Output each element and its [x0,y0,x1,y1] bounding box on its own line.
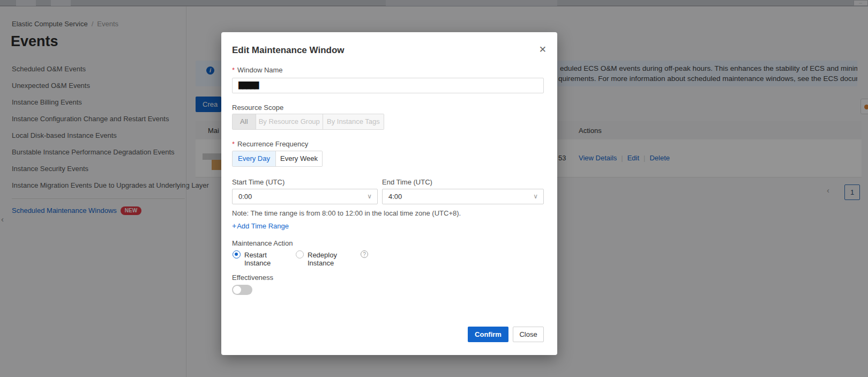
add-time-range-label: Add Time Range [237,222,289,230]
scope-option-by-instance-tags[interactable]: By Instance Tags [323,114,384,129]
window-name-label: *Window Name [232,66,283,74]
end-time-label: End Time (UTC) [382,178,432,186]
effectiveness-label: Effectiveness [232,273,273,282]
end-time-value: 4:00 [388,193,402,201]
recurrence-frequency-label: *Recurrence Frequency [232,140,308,148]
add-time-range-link[interactable]: +Add Time Range [232,221,289,230]
resource-scope-label: Resource Scope [232,104,283,112]
chevron-down-icon: ∨ [367,189,372,204]
maintenance-action-label: Maintenance Action [232,239,293,247]
tab-every-day[interactable]: Every Day [233,151,276,166]
radio-redeploy-instance[interactable] [296,250,304,258]
window-name-input[interactable]: █████ [232,78,544,93]
time-range-note: Note: The time range is from 8:00 to 12:… [232,209,461,217]
dialog-title: Edit Maintenance Window [232,45,345,56]
close-icon[interactable]: ✕ [539,44,547,55]
confirm-button[interactable]: Confirm [468,327,508,342]
start-time-value: 0:00 [238,193,252,201]
recurrence-label-text: Recurrence Frequency [237,140,308,148]
scope-option-by-resource-group[interactable]: By Resource Group [256,114,323,129]
edit-maintenance-window-dialog: Edit Maintenance Window ✕ *Window Name █… [221,32,557,355]
radio-redeploy-label: Redeploy Instance [308,251,337,267]
start-time-label: Start Time (UTC) [232,178,285,186]
help-icon[interactable]: ? [361,250,368,258]
radio-restart-instance[interactable] [233,250,241,258]
required-mark: * [232,66,235,74]
plus-icon: + [232,221,236,230]
scope-option-all[interactable]: All [233,114,256,129]
resource-scope-segmented: All By Resource Group By Instance Tags [232,114,384,130]
close-button[interactable]: Close [513,327,544,342]
window-name-label-text: Window Name [237,66,283,74]
toggle-knob [233,286,241,294]
recurrence-frequency-tabs: Every Day Every Week [232,151,323,167]
screen: ⋯ Elastic Compute Service/Events Events … [0,0,868,377]
start-time-select[interactable]: 0:00 ∨ [232,189,378,204]
required-mark: * [232,140,235,148]
tab-every-week[interactable]: Every Week [276,151,322,166]
end-time-select[interactable]: 4:00 ∨ [382,189,544,204]
radio-restart-label: Restart Instance [244,251,271,267]
effectiveness-toggle[interactable] [232,285,252,295]
chevron-down-icon: ∨ [533,189,538,204]
